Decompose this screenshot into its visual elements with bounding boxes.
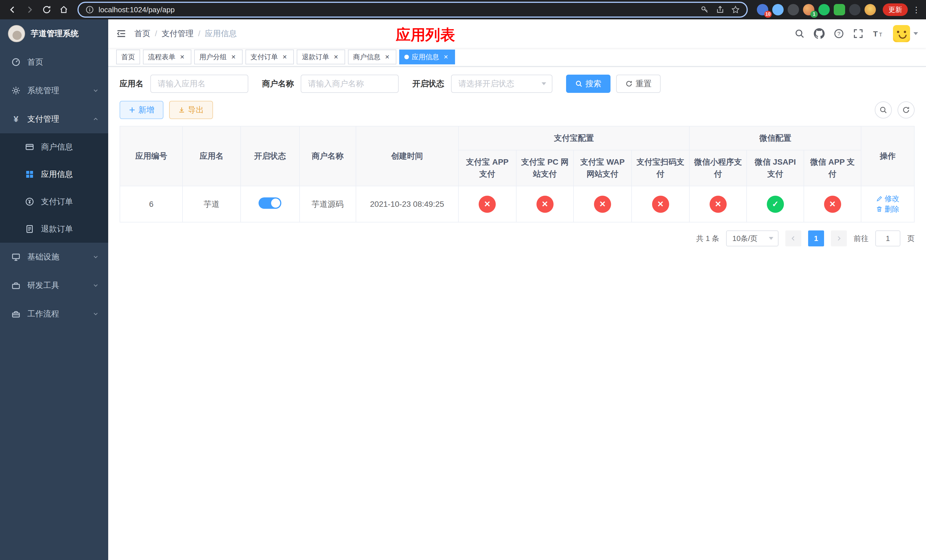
search-icon <box>575 80 583 88</box>
tab-payment-orders[interactable]: 支付订单 <box>245 50 294 64</box>
add-button[interactable]: 新增 <box>120 101 163 119</box>
tab-close-icon[interactable] <box>332 53 340 61</box>
pay-order-icon <box>25 197 34 206</box>
cell-app-id: 6 <box>120 186 183 222</box>
sidebar-item-workflow[interactable]: 工作流程 <box>0 300 108 328</box>
sidebar-item-home[interactable]: 首页 <box>0 48 108 76</box>
sidebar-item-payment[interactable]: ¥ 支付管理 <box>0 105 108 133</box>
extension-icon-8[interactable] <box>864 4 876 15</box>
document-icon <box>25 224 34 233</box>
active-tab-dot <box>404 55 409 59</box>
share-icon[interactable] <box>716 5 725 14</box>
extension-icon-1[interactable]: 10 <box>757 4 768 15</box>
search-icon[interactable] <box>794 29 805 39</box>
extension-badge-1: 10 <box>764 11 772 18</box>
toggle-search-button[interactable] <box>875 101 892 118</box>
tab-home[interactable]: 首页 <box>116 50 140 64</box>
tab-merchant-info[interactable]: 商户信息 <box>348 50 396 64</box>
alipay-app-status-icon[interactable] <box>479 196 496 213</box>
chevron-down-icon <box>769 237 773 240</box>
refresh-icon <box>902 106 910 114</box>
tab-close-icon[interactable] <box>230 53 238 61</box>
browser-forward-button[interactable] <box>22 2 38 18</box>
font-size-icon[interactable]: TT <box>873 29 884 39</box>
tab-close-icon[interactable] <box>383 53 391 61</box>
bookmark-star-icon[interactable] <box>731 5 740 14</box>
help-icon[interactable]: ? <box>834 29 844 39</box>
extension-icon-5[interactable] <box>819 4 830 15</box>
status-toggle[interactable] <box>259 197 281 209</box>
password-key-icon[interactable] <box>701 5 709 14</box>
wx-mini-status-icon[interactable] <box>710 196 727 213</box>
apps-table: 应用编号 应用名 开启状态 商户名称 创建时间 支付宝配置 微信配置 操作 支付… <box>120 126 915 222</box>
export-button[interactable]: 导出 <box>169 101 213 119</box>
address-bar[interactable]: localhost:1024/pay/app <box>77 2 748 18</box>
next-page-button[interactable] <box>831 230 847 247</box>
extension-icon-4[interactable]: 1 <box>803 4 814 15</box>
fullscreen-icon[interactable] <box>853 29 863 39</box>
goto-page-input[interactable] <box>875 230 900 247</box>
browser-back-button[interactable] <box>5 2 21 18</box>
browser-home-button[interactable] <box>56 2 72 18</box>
wx-jsapi-status-icon[interactable] <box>767 196 784 213</box>
home-icon <box>59 5 68 14</box>
top-navbar: 首页 / 支付管理 / 应用信息 应用列表 ? TT <box>108 20 926 48</box>
tab-app-info[interactable]: 应用信息 <box>399 50 455 64</box>
browser-update-button[interactable]: 更新 <box>883 3 908 16</box>
refresh-table-button[interactable] <box>897 101 915 118</box>
merchant-name-input[interactable] <box>301 75 399 93</box>
browser-reload-button[interactable] <box>39 2 54 18</box>
refresh-icon <box>625 80 633 88</box>
sidebar-item-payment-orders[interactable]: 支付订单 <box>0 188 108 215</box>
app-window: 芋道管理系统 首页 系统管理 ¥ 支付管理 商户信息 <box>0 20 926 560</box>
tab-refund-orders[interactable]: 退款订单 <box>297 50 345 64</box>
sidebar-item-dev-tools[interactable]: 研发工具 <box>0 271 108 300</box>
sidebar-logo[interactable]: 芋道管理系统 <box>0 20 108 48</box>
extension-icon-3[interactable] <box>788 4 799 15</box>
extension-icon-2[interactable] <box>772 4 784 15</box>
column-header-merchant: 商户名称 <box>300 126 356 186</box>
breadcrumb-payment[interactable]: 支付管理 <box>162 28 194 39</box>
edit-link[interactable]: 修改 <box>876 194 899 204</box>
sidebar-fold-icon[interactable] <box>116 29 126 39</box>
sidebar-menu: 首页 系统管理 ¥ 支付管理 商户信息 应用信息 <box>0 48 108 560</box>
page-number-button[interactable]: 1 <box>808 230 824 247</box>
extensions-cluster: 10 1 <box>757 4 876 15</box>
workflow-icon <box>11 309 21 318</box>
tab-close-icon[interactable] <box>178 53 186 61</box>
tab-user-group[interactable]: 用户分组 <box>194 50 243 64</box>
alipay-wap-status-icon[interactable] <box>594 196 611 213</box>
browser-menu-icon[interactable]: ⋮ <box>911 5 921 15</box>
extension-icon-7[interactable] <box>849 4 861 15</box>
alipay-qr-status-icon[interactable] <box>652 196 669 213</box>
chevron-down-icon <box>92 282 99 289</box>
sidebar-item-app-info[interactable]: 应用信息 <box>0 160 108 188</box>
user-menu[interactable] <box>893 25 918 42</box>
breadcrumb-separator: / <box>155 29 157 38</box>
tab-close-icon[interactable] <box>442 53 450 61</box>
app-name-input[interactable] <box>150 75 248 93</box>
column-header-alipay-pc: 支付宝 PC 网站支付 <box>516 150 573 186</box>
tab-process-form[interactable]: 流程表单 <box>143 50 191 64</box>
url-text[interactable]: localhost:1024/pay/app <box>98 5 174 14</box>
search-button[interactable]: 搜索 <box>566 75 610 93</box>
sidebar-item-infrastructure[interactable]: 基础设施 <box>0 243 108 271</box>
status-select[interactable]: 请选择开启状态 <box>451 75 552 93</box>
extension-icon-6[interactable] <box>834 4 845 15</box>
breadcrumb-home[interactable]: 首页 <box>135 28 150 39</box>
wx-app-status-icon[interactable] <box>824 196 841 213</box>
site-info-icon[interactable] <box>85 5 94 14</box>
sidebar-item-refund-orders[interactable]: 退款订单 <box>0 215 108 243</box>
delete-link[interactable]: 删除 <box>876 204 899 214</box>
github-icon[interactable] <box>814 28 825 39</box>
reset-button[interactable]: 重置 <box>616 75 661 93</box>
column-header-name: 应用名 <box>183 126 241 186</box>
sidebar-item-label: 基础设施 <box>27 251 59 262</box>
sidebar-item-merchant-info[interactable]: 商户信息 <box>0 133 108 160</box>
sidebar-item-system[interactable]: 系统管理 <box>0 76 108 105</box>
page-size-select[interactable]: 10条/页 <box>726 230 779 247</box>
alipay-pc-status-icon[interactable] <box>536 196 554 213</box>
tab-close-icon[interactable] <box>281 53 289 61</box>
group-header-alipay: 支付宝配置 <box>458 126 690 150</box>
prev-page-button[interactable] <box>785 230 801 247</box>
